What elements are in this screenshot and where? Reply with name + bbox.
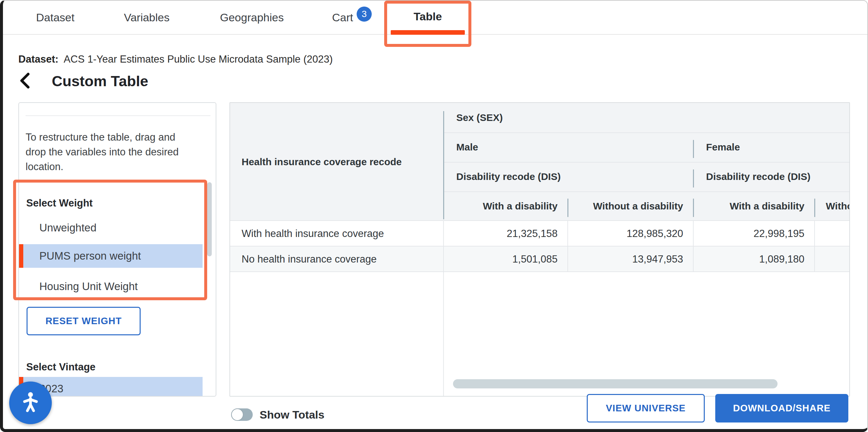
table-row: No health insurance coverage 1,501,085 1… <box>230 246 850 272</box>
sidebar-top-divider <box>26 115 211 116</box>
dataset-bar: Dataset: ACS 1-Year Estimates Public Use… <box>18 51 333 67</box>
cell-value <box>814 246 850 272</box>
tab-table[interactable]: Table <box>406 0 449 33</box>
cell-border <box>443 221 444 397</box>
header-divider <box>443 132 850 133</box>
table-options-sidebar: To restructure the table, drag and drop … <box>18 102 216 397</box>
group-divider <box>693 169 694 187</box>
download-share-button[interactable]: DOWNLOAD/SHARE <box>715 394 848 423</box>
selected-option-accent-bar <box>19 244 23 268</box>
reset-weight-button[interactable]: RESET WEIGHT <box>27 307 141 335</box>
stub-column-divider <box>443 111 444 219</box>
accessibility-widget-button[interactable] <box>9 381 52 424</box>
cell-border <box>814 221 815 272</box>
sidebar-scrollbar[interactable] <box>207 182 212 256</box>
custom-table-panel: Health insurance coverage recode Sex (SE… <box>229 102 850 397</box>
restructure-instructions: To restructure the table, drag and drop … <box>26 130 198 174</box>
weight-option-pums-person-weight[interactable]: PUMS person weight <box>19 244 203 268</box>
tab-geographies[interactable]: Geographies <box>220 0 284 35</box>
toggle-knob <box>232 409 243 420</box>
dataset-label: Dataset: <box>18 54 58 65</box>
page-title: Custom Table <box>52 73 148 90</box>
column-header-with-disability-female[interactable]: With a disability <box>693 191 814 221</box>
back-chevron-icon <box>18 85 31 91</box>
subcolumn-divider <box>693 198 694 217</box>
tab-dataset[interactable]: Dataset <box>36 0 74 35</box>
cell-value: 1,501,085 <box>443 246 567 272</box>
cell-value: 128,985,320 <box>567 221 693 246</box>
column-header-disability-female[interactable]: Disability recode (DIS) <box>706 162 810 191</box>
dataset-value: ACS 1-Year Estimates Public Use Microdat… <box>64 54 333 65</box>
show-totals-label: Show Totals <box>259 408 324 421</box>
row-dimension-header[interactable]: Health insurance coverage recode <box>242 103 432 221</box>
tab-cart[interactable]: Cart <box>332 0 353 35</box>
cell-border <box>693 221 693 272</box>
header-divider <box>443 191 850 192</box>
row-label: With health insurance coverage <box>242 221 384 246</box>
active-tab-underline <box>391 30 465 35</box>
cell-value: 21,325,158 <box>443 221 567 246</box>
row-label: No health insurance coverage <box>242 246 377 272</box>
accessibility-person-icon <box>18 390 43 416</box>
group-divider <box>693 140 694 158</box>
weight-option-label: Unweighted <box>39 222 96 234</box>
column-header-without-disability-male[interactable]: Without a disability <box>567 191 693 221</box>
column-header-without-disability-female[interactable]: Without a disability <box>814 191 850 221</box>
weight-option-unweighted[interactable]: Unweighted <box>19 216 203 240</box>
show-totals-toggle[interactable] <box>231 408 253 421</box>
cell-value: 1,089,180 <box>693 246 814 272</box>
back-button[interactable] <box>18 71 33 90</box>
column-header-with-disability-male[interactable]: With a disability <box>443 191 567 221</box>
cell-value: 22,998,195 <box>693 221 814 246</box>
column-header-female[interactable]: Female <box>706 132 740 162</box>
header-divider <box>443 162 850 162</box>
tab-variables[interactable]: Variables <box>124 0 169 35</box>
app-window: Dataset Variables Geographies Cart 3 Tab… <box>0 0 868 432</box>
table-horizontal-scrollbar[interactable] <box>453 379 778 389</box>
weight-option-label: Housing Unit Weight <box>39 280 138 293</box>
column-header-disability-male[interactable]: Disability recode (DIS) <box>456 162 561 191</box>
row-divider <box>230 271 850 272</box>
weight-option-label: PUMS person weight <box>39 244 141 268</box>
weight-option-housing-unit-weight[interactable]: Housing Unit Weight <box>19 275 203 298</box>
cart-count-badge: 3 <box>356 6 372 22</box>
cell-border <box>567 221 568 272</box>
table-row: With health insurance coverage 21,325,15… <box>230 221 850 246</box>
view-universe-button[interactable]: VIEW UNIVERSE <box>587 394 705 423</box>
subcolumn-divider <box>567 198 568 217</box>
select-weight-heading: Select Weight <box>26 197 93 209</box>
column-header-sex[interactable]: Sex (SEX) <box>456 103 503 132</box>
subcolumn-divider <box>814 198 815 217</box>
select-vintage-heading: Select Vintage <box>26 361 95 373</box>
column-header-male[interactable]: Male <box>456 132 478 162</box>
cell-value: 13,947,953 <box>567 246 693 272</box>
cell-value <box>814 221 850 246</box>
